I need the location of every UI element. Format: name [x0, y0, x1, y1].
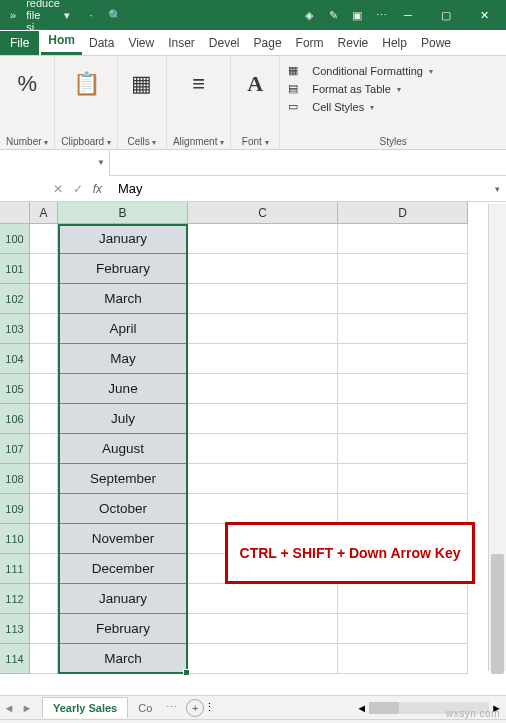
vertical-scrollbar[interactable]: [488, 204, 506, 671]
row-header[interactable]: 110: [0, 524, 30, 554]
cell[interactable]: [188, 434, 338, 464]
hscroll-thumb[interactable]: [369, 702, 399, 714]
cell[interactable]: [188, 344, 338, 374]
tab-power[interactable]: Powe: [414, 31, 458, 55]
cell[interactable]: March: [58, 284, 188, 314]
cell[interactable]: [30, 464, 58, 494]
cell[interactable]: May: [58, 344, 188, 374]
window-icon[interactable]: ▣: [348, 6, 366, 24]
group-font[interactable]: A Font ▾: [231, 56, 280, 149]
minimize-button[interactable]: ─: [390, 0, 426, 30]
tab-view[interactable]: View: [121, 31, 161, 55]
cell[interactable]: April: [58, 314, 188, 344]
cell[interactable]: October: [58, 494, 188, 524]
cell[interactable]: [338, 314, 468, 344]
row-header[interactable]: 102: [0, 284, 30, 314]
chevron-down-icon[interactable]: ▼: [97, 158, 105, 167]
cell[interactable]: [188, 404, 338, 434]
conditional-formatting-button[interactable]: ▦ Conditional Formatting ▾: [288, 62, 498, 80]
cell[interactable]: January: [58, 224, 188, 254]
cell[interactable]: September: [58, 464, 188, 494]
fx-icon[interactable]: fx: [93, 182, 102, 196]
col-header-c[interactable]: C: [188, 202, 338, 224]
cell[interactable]: [338, 434, 468, 464]
cell-styles-button[interactable]: ▭ Cell Styles ▾: [288, 98, 498, 116]
row-header[interactable]: 100: [0, 224, 30, 254]
tab-review[interactable]: Revie: [331, 31, 376, 55]
cell[interactable]: [30, 344, 58, 374]
cell[interactable]: February: [58, 254, 188, 284]
row-header[interactable]: 113: [0, 614, 30, 644]
cell[interactable]: July: [58, 404, 188, 434]
group-number[interactable]: % Number ▾: [0, 56, 55, 149]
row-header[interactable]: 104: [0, 344, 30, 374]
col-header-d[interactable]: D: [338, 202, 468, 224]
tab-developer[interactable]: Devel: [202, 31, 247, 55]
cell[interactable]: [188, 374, 338, 404]
cell[interactable]: January: [58, 584, 188, 614]
cell[interactable]: [338, 374, 468, 404]
row-header[interactable]: 107: [0, 434, 30, 464]
cell[interactable]: [188, 254, 338, 284]
cell[interactable]: December: [58, 554, 188, 584]
cell[interactable]: [338, 494, 468, 524]
tab-file[interactable]: File: [0, 31, 39, 55]
cell[interactable]: [30, 644, 58, 674]
cell[interactable]: [30, 284, 58, 314]
formula-value[interactable]: May: [110, 181, 488, 196]
cell[interactable]: [338, 584, 468, 614]
sheet-nav-prev[interactable]: ◄: [0, 702, 18, 714]
cell[interactable]: [30, 494, 58, 524]
group-alignment[interactable]: ≡ Alignment ▾: [167, 56, 231, 149]
tab-formulas[interactable]: Form: [289, 31, 331, 55]
sheet-nav-next[interactable]: ►: [18, 702, 36, 714]
sheet-tab-next[interactable]: Co: [128, 698, 162, 718]
cell[interactable]: August: [58, 434, 188, 464]
row-header[interactable]: 114: [0, 644, 30, 674]
cell[interactable]: [188, 584, 338, 614]
row-header[interactable]: 101: [0, 254, 30, 284]
close-button[interactable]: ✕: [466, 0, 502, 30]
cell[interactable]: [30, 404, 58, 434]
row-header[interactable]: 111: [0, 554, 30, 584]
cell[interactable]: June: [58, 374, 188, 404]
cell[interactable]: [30, 584, 58, 614]
cell[interactable]: [30, 554, 58, 584]
cell[interactable]: [338, 614, 468, 644]
expand-formula-icon[interactable]: ▾: [488, 184, 506, 194]
name-box[interactable]: ▼: [0, 150, 110, 176]
col-header-a[interactable]: A: [30, 202, 58, 224]
cell[interactable]: [30, 374, 58, 404]
cancel-icon[interactable]: ✕: [53, 182, 63, 196]
history-icon[interactable]: »: [4, 6, 22, 24]
tab-insert[interactable]: Inser: [161, 31, 202, 55]
scrollbar-thumb[interactable]: [491, 554, 504, 674]
diamond-icon[interactable]: ◈: [300, 6, 318, 24]
cell[interactable]: [338, 254, 468, 284]
scroll-left-icon[interactable]: ◄: [356, 702, 367, 714]
cell[interactable]: [338, 284, 468, 314]
tab-page[interactable]: Page: [247, 31, 289, 55]
cell[interactable]: [30, 434, 58, 464]
row-header[interactable]: 105: [0, 374, 30, 404]
enter-icon[interactable]: ✓: [73, 182, 83, 196]
cell[interactable]: [30, 224, 58, 254]
dropdown-icon[interactable]: ▾: [58, 6, 76, 24]
cell[interactable]: [338, 344, 468, 374]
cell[interactable]: [188, 494, 338, 524]
maximize-button[interactable]: ▢: [428, 0, 464, 30]
format-as-table-button[interactable]: ▤ Format as Table ▾: [288, 80, 498, 98]
row-header[interactable]: 108: [0, 464, 30, 494]
row-header[interactable]: 103: [0, 314, 30, 344]
sheet-tab-active[interactable]: Yearly Sales: [42, 697, 128, 718]
cell[interactable]: [188, 644, 338, 674]
cell[interactable]: [30, 524, 58, 554]
cell[interactable]: November: [58, 524, 188, 554]
cell[interactable]: [338, 464, 468, 494]
search-icon[interactable]: 🔍: [106, 6, 124, 24]
cell[interactable]: [188, 614, 338, 644]
cell[interactable]: [188, 464, 338, 494]
tab-help[interactable]: Help: [375, 31, 414, 55]
ribbon-options-icon[interactable]: ⋯: [372, 6, 390, 24]
cell[interactable]: [30, 614, 58, 644]
